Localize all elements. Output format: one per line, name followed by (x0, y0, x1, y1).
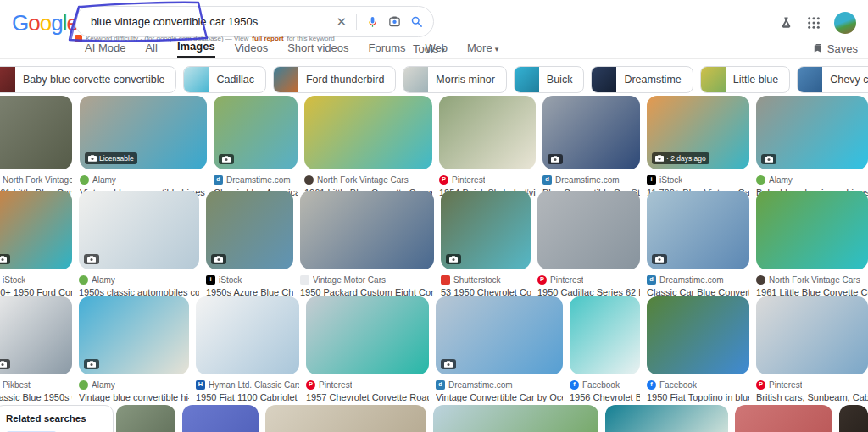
image-result: Alamy Vintage blue convertible hi-res st… (79, 296, 189, 402)
result-source[interactable]: P Pinterest (537, 274, 640, 285)
result-source[interactable]: d Dreamstime.com (542, 174, 640, 185)
source-name: Pikbest (3, 380, 31, 390)
result-photo[interactable] (304, 96, 432, 169)
source-favicon: d (436, 380, 445, 390)
source-name: Dreamstime.com (659, 275, 724, 285)
result-source[interactable]: P Pinterest (756, 379, 868, 390)
image-result: H Hyman Ltd. Classic Cars 1950 Fiat 1100… (196, 296, 299, 402)
result-title[interactable]: 1957 Chevrolet Corvette Roadster #... (306, 392, 429, 402)
camera-icon (551, 156, 559, 163)
result-photo[interactable] (0, 191, 72, 269)
result-photo[interactable] (647, 296, 749, 374)
result-title[interactable]: 1950 Fiat Topolino in blue 💙 ... (647, 392, 749, 403)
source-favicon: d (647, 275, 656, 285)
result-photo[interactable] (647, 191, 749, 269)
image-result: P Pikbest Classic Blue 1950s Con... (0, 296, 72, 402)
result-source[interactable]: i iStock (206, 274, 293, 285)
result-source[interactable]: Alamy (80, 174, 207, 185)
result-source[interactable]: d Dreamstime.com (436, 379, 563, 390)
result-source[interactable]: Alamy (79, 379, 189, 390)
image-badge (761, 154, 776, 164)
source-name: iStock (659, 175, 682, 185)
source-name: North Fork Vintage Cars (3, 175, 72, 185)
related-thumb[interactable] (116, 405, 175, 432)
result-source[interactable]: P Pikbest (0, 379, 72, 390)
result-source[interactable]: – Vintage Motor Cars (300, 274, 434, 285)
badge-label: Licensable (99, 154, 134, 163)
source-favicon (79, 275, 88, 285)
image-result: – Vintage Motor Cars 1950 Packard Custom… (300, 191, 434, 297)
image-result: i iStock 120+ 1950 Ford Convertible Stoc… (0, 191, 72, 297)
result-source[interactable]: Alamy (756, 174, 868, 185)
related-thumb[interactable] (433, 405, 598, 432)
result-photo[interactable] (756, 296, 868, 374)
source-name: North Fork Vintage Cars (769, 275, 860, 285)
source-name: Hyman Ltd. Classic Cars (209, 380, 299, 390)
result-photo[interactable] (439, 96, 536, 169)
result-source[interactable]: i iStock (0, 274, 72, 285)
result-photo[interactable] (756, 96, 868, 169)
result-title[interactable]: Classic Blue 1950s Con... (0, 392, 72, 402)
result-source[interactable]: North Fork Vintage Cars (0, 174, 72, 185)
result-photo[interactable] (306, 296, 429, 374)
image-result: d Dreamstime.com Vintage Convertible Car… (436, 296, 563, 402)
result-photo[interactable] (570, 296, 640, 374)
source-favicon: d (542, 175, 552, 185)
image-result: Shutterstock 53 1950 Chevrolet Converti.… (441, 191, 531, 297)
result-photo[interactable] (756, 191, 868, 269)
source-favicon: H (196, 380, 205, 390)
result-photo[interactable] (79, 191, 199, 269)
result-source[interactable]: d Dreamstime.com (647, 274, 749, 285)
result-photo[interactable] (300, 191, 434, 269)
result-source[interactable]: Alamy (79, 274, 199, 285)
result-photo[interactable] (196, 296, 299, 374)
result-source[interactable]: H Hyman Ltd. Classic Cars (196, 379, 299, 390)
source-favicon: P (306, 380, 315, 390)
result-source[interactable]: P Pinterest (439, 174, 536, 185)
result-source[interactable]: i iStock (647, 174, 749, 185)
result-source[interactable]: d Dreamstime.com (214, 174, 298, 185)
related-search-item (265, 405, 426, 432)
result-source[interactable]: North Fork Vintage Cars (756, 274, 868, 285)
result-photo[interactable] (542, 96, 640, 169)
camera-icon (0, 361, 7, 368)
source-favicon (304, 175, 314, 185)
result-photo[interactable] (206, 191, 293, 269)
result-title[interactable]: Vintage Convertible Car by Ocean ... (436, 392, 563, 402)
source-name: Alamy (769, 175, 793, 185)
related-thumb[interactable] (839, 405, 868, 432)
image-results-grid: North Fork Vintage Cars 1961 Little Blue… (0, 0, 868, 432)
camera-icon (214, 256, 223, 263)
related-search-item (735, 405, 832, 432)
result-title[interactable]: Vintage blue convertible hi-res stock ..… (79, 392, 189, 402)
related-search-item (839, 405, 868, 432)
result-photo[interactable]: Licensable (80, 96, 207, 169)
result-photo[interactable] (214, 96, 298, 169)
result-photo[interactable] (0, 296, 72, 374)
result-source[interactable]: North Fork Vintage Cars (304, 174, 432, 185)
result-title[interactable]: British cars, Sunbeam, Cabriolets (756, 392, 868, 402)
result-source[interactable]: P Pinterest (306, 379, 429, 390)
result-title[interactable]: 1950 Fiat 1100 Cabriolet | (196, 392, 299, 402)
result-photo[interactable]: · 2 days ago (647, 96, 749, 169)
image-badge (0, 254, 10, 264)
related-thumb[interactable] (735, 405, 832, 432)
image-badge: · 2 days ago (652, 152, 709, 164)
result-photo[interactable] (0, 96, 72, 169)
related-thumb[interactable] (265, 405, 426, 432)
related-thumb[interactable] (605, 405, 728, 432)
result-title[interactable]: 1956 Chevrolet Bel... (570, 392, 640, 402)
related-searches-card[interactable]: Related searches (0, 405, 114, 432)
result-source[interactable]: f Facebook (647, 379, 749, 390)
result-source[interactable]: Shutterstock (441, 274, 531, 285)
image-badge: Licensable (85, 152, 137, 164)
source-name: Pinterest (769, 380, 802, 390)
related-thumb[interactable] (182, 405, 259, 432)
image-result: North Fork Vintage Cars 1961 Little Blue… (304, 96, 432, 197)
result-source[interactable]: f Facebook (570, 379, 640, 390)
result-photo[interactable] (537, 191, 640, 269)
image-badge (219, 154, 234, 164)
result-photo[interactable] (436, 296, 563, 374)
result-photo[interactable] (79, 296, 189, 374)
result-photo[interactable] (441, 191, 531, 269)
